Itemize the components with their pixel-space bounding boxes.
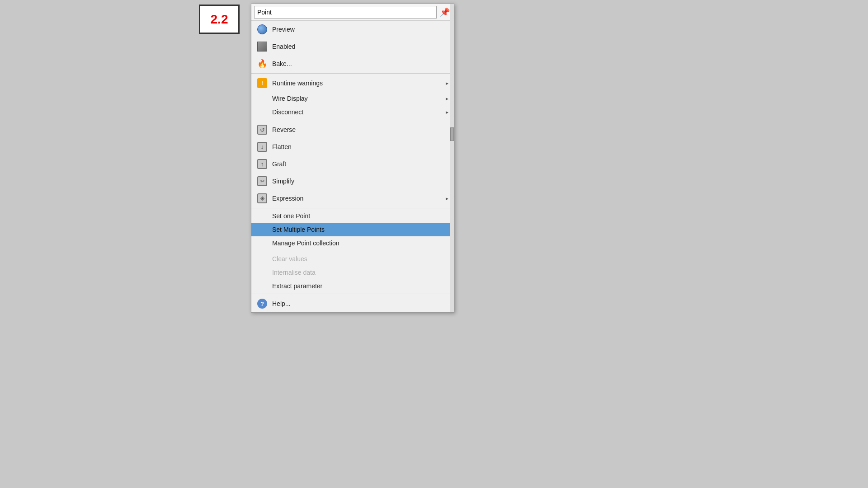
menu-item-internalise-data: Internalise data xyxy=(251,266,454,279)
simplify-icon: ✂ xyxy=(256,175,269,188)
runtime-warnings-icon: ! xyxy=(256,77,269,89)
scrollbar-track[interactable] xyxy=(450,4,454,312)
menu-item-manage-collection[interactable]: Manage Point collection xyxy=(251,236,454,250)
menu-item-flatten[interactable]: ↓ Flatten xyxy=(251,138,454,155)
bake-icon: 🔥 xyxy=(256,57,269,70)
wire-display-arrow: ► xyxy=(445,96,449,101)
wire-display-label: Wire Display xyxy=(272,95,445,102)
expression-label: Expression xyxy=(272,195,445,202)
menu-item-simplify[interactable]: ✂ Simplify xyxy=(251,173,454,190)
menu-item-enabled[interactable]: Enabled xyxy=(251,38,454,55)
menu-item-reverse[interactable]: ↺ Reverse xyxy=(251,121,454,138)
preview-label: Preview xyxy=(272,26,449,33)
menu-item-set-multiple-points[interactable]: Set Multiple Points xyxy=(251,223,454,236)
set-multiple-points-label: Set Multiple Points xyxy=(272,226,449,233)
menu-item-disconnect[interactable]: Disconnect ► xyxy=(251,105,454,119)
menu-item-extract-parameter[interactable]: Extract parameter xyxy=(251,279,454,293)
scrollbar-thumb[interactable] xyxy=(450,127,454,141)
version-text: 2.2 xyxy=(211,12,228,27)
context-menu: 📌 Preview Enabled 🔥 Bake... xyxy=(251,4,454,313)
set-one-point-label: Set one Point xyxy=(272,212,449,220)
graft-label: Graft xyxy=(272,160,449,168)
separator-1 xyxy=(251,73,454,74)
separator-4 xyxy=(251,251,454,251)
separator-5 xyxy=(251,294,454,294)
menu-items-list: Preview Enabled 🔥 Bake... ! Runtime warn xyxy=(251,21,454,312)
bake-label: Bake... xyxy=(272,60,449,67)
disconnect-arrow: ► xyxy=(445,110,449,115)
separator-3 xyxy=(251,208,454,208)
preview-icon xyxy=(256,23,269,36)
reverse-label: Reverse xyxy=(272,126,449,133)
expression-arrow: ► xyxy=(445,196,449,201)
graft-icon: ↑ xyxy=(256,158,269,170)
component-name-input[interactable] xyxy=(254,6,437,19)
runtime-warnings-arrow: ► xyxy=(445,81,449,86)
menu-item-help[interactable]: ? Help... xyxy=(251,295,454,312)
separator-2 xyxy=(251,120,454,120)
menu-item-set-one-point[interactable]: Set one Point xyxy=(251,209,454,223)
version-badge: 2.2 xyxy=(199,5,240,34)
menu-item-clear-values: Clear values xyxy=(251,252,454,266)
runtime-warnings-label: Runtime warnings xyxy=(272,80,445,87)
enabled-label: Enabled xyxy=(272,43,449,50)
menu-item-graft[interactable]: ↑ Graft xyxy=(251,155,454,173)
manage-collection-label: Manage Point collection xyxy=(272,239,449,247)
flatten-icon: ↓ xyxy=(256,141,269,153)
menu-header: 📌 xyxy=(251,4,454,21)
menu-item-bake[interactable]: 🔥 Bake... xyxy=(251,55,454,72)
menu-item-preview[interactable]: Preview xyxy=(251,21,454,38)
help-icon: ? xyxy=(256,297,269,310)
extract-parameter-label: Extract parameter xyxy=(272,282,449,290)
menu-item-expression[interactable]: ✳ Expression ► xyxy=(251,190,454,207)
reverse-icon: ↺ xyxy=(256,123,269,136)
disconnect-label: Disconnect xyxy=(272,108,445,116)
expression-icon: ✳ xyxy=(256,192,269,205)
help-label: Help... xyxy=(272,300,449,307)
flatten-label: Flatten xyxy=(272,143,449,150)
pin-icon: 📌 xyxy=(440,7,450,17)
pin-button[interactable]: 📌 xyxy=(439,6,451,19)
simplify-label: Simplify xyxy=(272,178,449,185)
enabled-icon xyxy=(256,40,269,53)
menu-item-wire-display[interactable]: Wire Display ► xyxy=(251,92,454,105)
internalise-data-label: Internalise data xyxy=(272,269,449,276)
menu-item-runtime-warnings[interactable]: ! Runtime warnings ► xyxy=(251,75,454,92)
clear-values-label: Clear values xyxy=(272,255,449,263)
